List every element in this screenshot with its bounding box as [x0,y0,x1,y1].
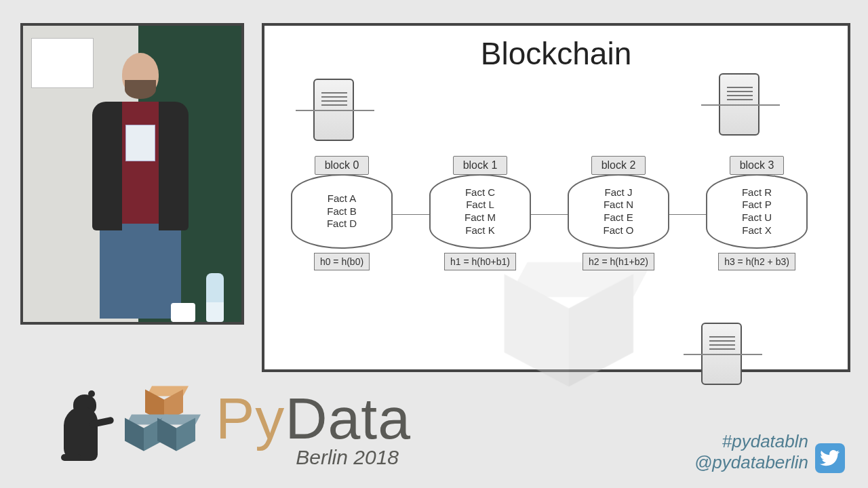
block-hash: h0 = h(b0) [314,253,370,270]
block-fact: Fact X [742,224,771,237]
block-hash: h1 = h(h0+b1) [444,253,516,270]
block-hash: h2 = h(h1+b2) [583,253,654,270]
event-hashtag: #pydatabln [694,431,808,452]
block-hash: h3 = h(h2 + b3) [718,253,795,270]
block-label: block 3 [730,156,785,175]
block-fact: Fact R [742,186,772,199]
block-fact: Fact O [603,224,633,237]
block-fact: Fact N [604,199,633,211]
logo-suffix: Data [285,386,411,451]
server-icon [719,73,760,136]
footer-branding: PyData Berlin 2018 #pydatabln @pydataber… [0,352,868,488]
social-tags: #pydatabln @pydataberlin [694,431,845,473]
block-2: block 2 Fact J Fact N Fact E Fact O h2 =… [566,156,671,270]
block-fact: Fact B [327,205,356,218]
block-0: block 0 Fact A Fact B Fact D h0 = h(b0) [289,156,395,270]
block-fact: Fact A [328,192,357,205]
block-label: block 2 [591,156,646,175]
slide-title: Blockchain [283,35,829,72]
pydata-cubes-icon [119,388,201,469]
block-body: Fact J Fact N Fact E Fact O [568,174,669,249]
block-fact: Fact C [465,186,495,199]
water-bottle [206,273,224,322]
speaker-figure [90,53,191,324]
block-fact: Fact D [327,218,357,230]
block-fact: Fact P [742,199,771,211]
block-body: Fact C Fact L Fact M Fact K [429,174,531,249]
block-label: block 1 [453,156,508,175]
block-label: block 0 [315,156,370,175]
pydata-logo: PyData Berlin 2018 [60,388,411,469]
berlin-bear-icon [60,394,107,469]
block-body: Fact R Fact P Fact U Fact X [706,174,808,249]
twitter-icon [815,443,845,473]
mug [171,303,195,322]
logo-wordmark: PyData [216,392,411,445]
block-fact: Fact M [465,211,496,224]
block-1: block 1 Fact C Fact L Fact M Fact K h1 =… [427,156,533,270]
block-fact: Fact U [742,211,772,224]
block-fact: Fact J [605,186,633,199]
block-fact: Fact E [604,211,633,224]
block-body: Fact A Fact B Fact D [291,174,393,249]
logo-prefix: Py [216,386,285,451]
speaker-video [20,23,244,325]
block-fact: Fact K [465,224,494,237]
blockchain-row: block 0 Fact A Fact B Fact D h0 = h(b0) … [289,156,829,270]
event-handle: @pydataberlin [694,452,808,473]
server-row-top [283,76,829,156]
server-icon [313,79,354,141]
logo-subtitle: Berlin 2018 [296,446,399,469]
block-3: block 3 Fact R Fact P Fact U Fact X h3 =… [704,156,810,270]
block-fact: Fact L [466,199,494,211]
